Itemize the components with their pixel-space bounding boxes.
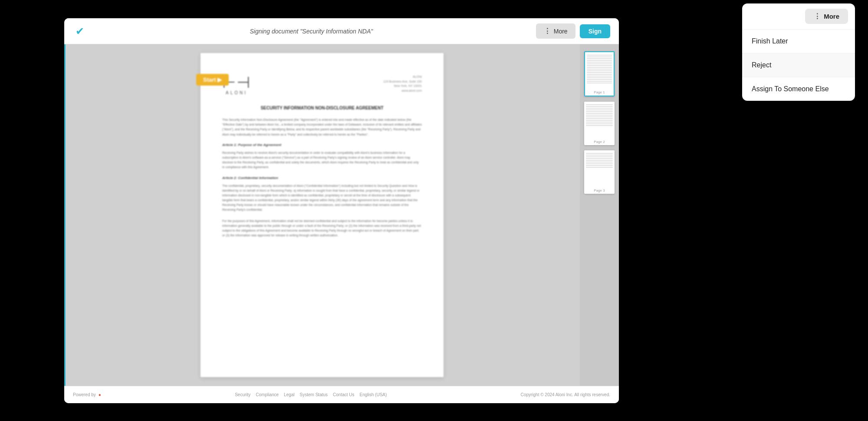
more-dropdown-menu: ⋮ More Finish Later Reject Assign To Som…: [742, 3, 855, 101]
doc-paragraph-1: This Security Information Non-Disclosure…: [222, 117, 422, 137]
app-container: ✔ Signing document "Security Information…: [64, 18, 619, 403]
thumbnail-page-1[interactable]: Page 1: [584, 51, 615, 96]
finish-later-item[interactable]: Finish Later: [742, 29, 855, 53]
finish-later-label: Finish Later: [752, 37, 788, 45]
section-2-body-2: For the purposes of this Agreement, info…: [222, 219, 422, 238]
document-viewer: Start ▶ ⊢⊣ ALONI ALONI 123 Business Ave,…: [64, 44, 580, 386]
reject-item[interactable]: Reject: [742, 53, 855, 77]
thumbnail-label-2: Page 2: [584, 139, 615, 145]
start-button[interactable]: Start ▶: [196, 74, 229, 86]
thumbnail-page-2[interactable]: Page 2: [584, 102, 615, 145]
logo-area: ✔: [73, 24, 87, 38]
section-1-body: Receiving Party wishes to receive Aloni'…: [222, 150, 422, 170]
section-2-title: Article 2: Confidential Information: [222, 176, 422, 180]
dropdown-more-label: More: [824, 13, 839, 20]
dots-icon: ⋮: [544, 27, 551, 35]
sign-button[interactable]: Sign: [580, 24, 610, 38]
doc-header: ⊢⊣ ALONI ALONI 123 Business Ave, Suite 1…: [222, 75, 422, 95]
logo-icon: ✔: [76, 25, 84, 37]
content-area: Start ▶ ⊢⊣ ALONI ALONI 123 Business Ave,…: [64, 44, 619, 386]
footer-link-language[interactable]: English (USA): [360, 392, 387, 397]
dropdown-dots-icon: ⋮: [814, 12, 821, 20]
assign-to-someone-else-item[interactable]: Assign To Someone Else: [742, 77, 855, 101]
sign-button-label: Sign: [589, 28, 602, 35]
footer-links: Security Compliance Legal System Status …: [235, 392, 387, 397]
more-button[interactable]: ⋮ More: [536, 23, 575, 39]
assign-label: Assign To Someone Else: [752, 85, 829, 93]
footer: Powered by ● Security Compliance Legal S…: [64, 386, 619, 403]
brand-name: ●: [99, 392, 101, 397]
powered-by-text: Powered by: [73, 392, 96, 397]
section-2-body: The confidential, proprietary, security …: [222, 183, 422, 212]
footer-link-security[interactable]: Security: [235, 392, 250, 397]
footer-link-compliance[interactable]: Compliance: [256, 392, 279, 397]
more-button-in-dropdown[interactable]: ⋮ More: [805, 9, 848, 24]
footer-left: Powered by ●: [73, 392, 101, 397]
footer-link-contact[interactable]: Contact Us: [333, 392, 354, 397]
company-address: ALONI 123 Business Ave, Suite 100 New Yo…: [383, 75, 422, 93]
thumbnail-label-1: Page 1: [585, 89, 614, 96]
header-actions: ⋮ More Sign: [536, 23, 610, 39]
dropdown-header: ⋮ More: [742, 3, 855, 29]
footer-link-status[interactable]: System Status: [300, 392, 328, 397]
doc-main-title: SECURITY INFORMATION NON-DISCLOSURE AGRE…: [222, 106, 422, 110]
logo-company-name: ALONI: [226, 90, 247, 95]
reject-label: Reject: [752, 61, 771, 69]
document-title: Signing document "Security Information N…: [87, 28, 536, 35]
document-page: Start ▶ ⊢⊣ ALONI ALONI 123 Business Ave,…: [201, 53, 444, 377]
header: ✔ Signing document "Security Information…: [64, 18, 619, 44]
footer-link-legal[interactable]: Legal: [284, 392, 294, 397]
footer-copyright: Copyright © 2024 Aloni Inc. All rights r…: [521, 392, 610, 397]
thumbnail-panel: Page 1: [580, 44, 619, 386]
thumbnail-label-3: Page 3: [584, 187, 615, 194]
section-1-title: Article 1: Purpose of the Agreement: [222, 143, 422, 147]
more-button-label: More: [554, 28, 568, 35]
thumbnail-page-3[interactable]: Page 3: [584, 150, 615, 194]
